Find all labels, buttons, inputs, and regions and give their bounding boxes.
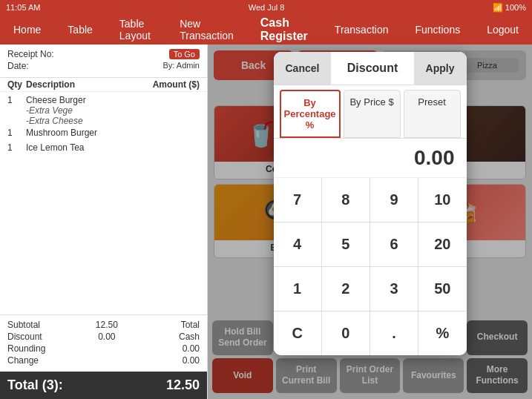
- modal-display: 0.00: [274, 139, 467, 178]
- numpad-0[interactable]: 0: [322, 311, 370, 355]
- numpad-4[interactable]: 4: [274, 222, 321, 266]
- modal-tabs: By Percentage % By Price $ Preset: [274, 85, 467, 139]
- col-desc: Description: [26, 79, 148, 90]
- nav-new-transaction[interactable]: New Transaction: [174, 14, 240, 45]
- numpad: 7 8 9 10 4 5 6 20 1 2 3 50 C 0 . %: [274, 178, 467, 355]
- modal-cancel-button[interactable]: Cancel: [274, 52, 332, 85]
- modal-header: Cancel Discount Apply: [274, 52, 467, 85]
- nav-logout[interactable]: Logout: [481, 20, 525, 39]
- status-date: Wed Jul 8: [249, 3, 285, 12]
- wifi-icon: 📶: [493, 3, 503, 12]
- right-panel: Back Main Burners Pizza Category 🥤🥤🥤 Col…: [208, 44, 532, 399]
- discount-label: Discount: [7, 332, 42, 342]
- numpad-5[interactable]: 5: [322, 222, 370, 266]
- nav-home[interactable]: Home: [7, 20, 47, 39]
- numpad-3[interactable]: 3: [370, 267, 418, 311]
- receipt-items: 1Cheese Burger -Extra Vege -Extra Cheese…: [0, 92, 207, 314]
- modal-overlay: Cancel Discount Apply By Percentage % By…: [208, 44, 532, 399]
- receipt-no-row: Receipt No: To Go: [7, 49, 200, 59]
- tab-preset[interactable]: Preset: [404, 90, 461, 138]
- numpad-decimal[interactable]: .: [370, 311, 418, 355]
- battery-label: 100%: [505, 3, 526, 12]
- numpad-clear[interactable]: C: [274, 311, 321, 355]
- col-amount: Amount ($): [148, 79, 200, 90]
- change-value: 0.00: [183, 355, 200, 366]
- status-right: 📶 100%: [493, 3, 526, 13]
- numpad-8[interactable]: 8: [322, 178, 370, 222]
- list-item: 1Mushroom Burger: [7, 128, 200, 138]
- numpad-2[interactable]: 2: [322, 267, 370, 311]
- discount-value: 0.00: [98, 332, 115, 342]
- receipt-by-admin: By: Admin: [162, 61, 200, 70]
- change-label: Change: [7, 355, 39, 366]
- nav-table[interactable]: Table: [62, 20, 98, 39]
- list-item: 1Ice Lemon Tea: [7, 142, 200, 153]
- nav-title: Cash Register: [254, 13, 314, 47]
- numpad-percent[interactable]: %: [418, 311, 466, 355]
- receipt-header: Receipt No: To Go Date: By: Admin: [0, 44, 207, 78]
- receipt-date-label: Date:: [7, 61, 29, 71]
- total-cash-label: Cash: [179, 332, 200, 342]
- nav-functions[interactable]: Functions: [409, 20, 466, 39]
- modal-title: Discount: [331, 62, 413, 75]
- total-footer: Total (3): 12.50: [0, 372, 207, 399]
- receipt-totals: Subtotal 12.50 Total Discount 0.00 Cash …: [0, 314, 207, 372]
- rounding-label: Rounding: [7, 343, 45, 354]
- tab-by-price[interactable]: By Price $: [344, 90, 401, 138]
- numpad-20[interactable]: 20: [418, 222, 466, 266]
- nav-bar: Home Table Table Layout New Transaction …: [0, 15, 532, 44]
- numpad-50[interactable]: 50: [418, 267, 466, 311]
- receipt-togo: To Go: [169, 49, 200, 59]
- numpad-7[interactable]: 7: [274, 178, 321, 222]
- col-qty: Qty: [7, 79, 26, 90]
- main-content: Receipt No: To Go Date: By: Admin Qty De…: [0, 44, 532, 399]
- nav-transaction[interactable]: Transaction: [329, 20, 395, 39]
- tab-by-percentage[interactable]: By Percentage %: [280, 90, 341, 138]
- numpad-10[interactable]: 10: [418, 178, 466, 222]
- receipt-no-label: Receipt No:: [7, 49, 54, 59]
- status-time: 11:05 AM: [6, 3, 40, 12]
- modal-apply-button[interactable]: Apply: [414, 52, 467, 85]
- numpad-1[interactable]: 1: [274, 267, 321, 311]
- list-item: 1Cheese Burger -Extra Vege -Extra Cheese: [7, 95, 200, 126]
- numpad-9[interactable]: 9: [370, 178, 418, 222]
- subtotal-label: Subtotal: [7, 320, 40, 330]
- nav-table-layout[interactable]: Table Layout: [114, 14, 159, 45]
- total-footer-label: Total (3):: [7, 377, 63, 393]
- receipt-date-row: Date: By: Admin: [7, 61, 200, 71]
- total-label: Total: [181, 320, 200, 330]
- rounding-value: 0.00: [183, 343, 200, 354]
- subtotal-value: 12.50: [96, 320, 118, 330]
- discount-modal: Cancel Discount Apply By Percentage % By…: [274, 52, 467, 355]
- receipt-panel: Receipt No: To Go Date: By: Admin Qty De…: [0, 44, 208, 399]
- receipt-columns: Qty Description Amount ($): [0, 78, 207, 92]
- numpad-6[interactable]: 6: [370, 222, 418, 266]
- total-footer-value: 12.50: [166, 377, 200, 393]
